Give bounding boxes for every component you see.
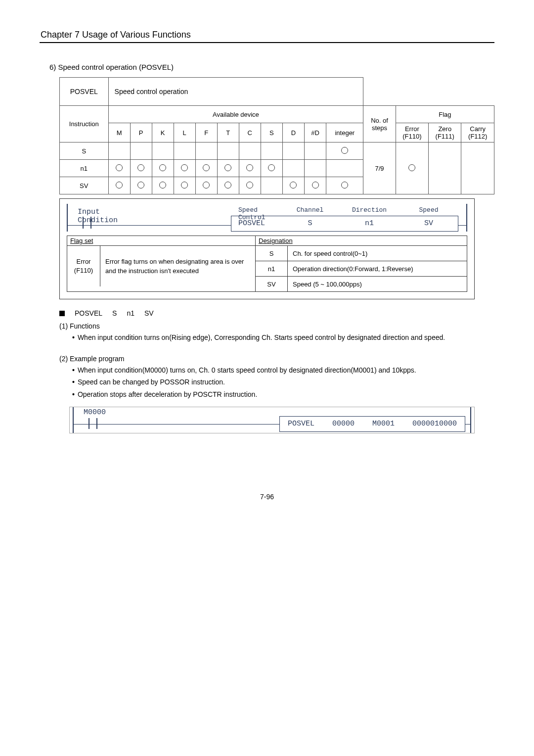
example-header: (2) Example program: [59, 355, 494, 363]
contact-symbol: [83, 217, 91, 229]
col-integer: integer: [326, 123, 363, 142]
flag-set-title: Flag set: [67, 236, 255, 246]
bullet-dot-icon: •: [72, 333, 75, 342]
bullet-dot-icon: •: [72, 390, 75, 399]
col-hashD: #D: [304, 123, 326, 142]
designation-row: SV Speed (5 ~ 100,000pps): [256, 277, 467, 292]
instruction-header: Instruction: [60, 106, 109, 142]
col-L: L: [174, 123, 195, 142]
functions-header: (1) Functions: [59, 322, 494, 330]
flag-error-mark: [396, 142, 428, 194]
circle-icon: [408, 164, 415, 171]
example-bullet-1: • When input condition(M0000) turns on, …: [72, 366, 494, 375]
row-S: S 7/9: [60, 142, 494, 160]
page-number: 7-96: [40, 493, 494, 501]
syntax-arg-SV: SV: [144, 309, 154, 317]
col-M: M: [108, 123, 130, 142]
bullet-dot-icon: •: [72, 378, 75, 386]
syntax-line: POSVEL S n1 SV: [59, 309, 475, 317]
bullet-dot-icon: •: [72, 366, 75, 375]
flag-carry-mark: [461, 142, 494, 194]
example-bullet-2: • Speed can be changed by POSSOR instruc…: [72, 378, 494, 386]
available-header: Available device: [108, 106, 363, 123]
designation-table: S Ch. for speed control(0~1) n1 Operatio…: [256, 246, 467, 291]
field-direction: M0001: [372, 420, 395, 428]
contact-label: M0000: [84, 408, 106, 417]
col-C: C: [239, 123, 261, 142]
field-channel: 00000: [332, 420, 355, 428]
instruction-box: Speed Control Channel Direction Speed PO…: [231, 216, 458, 232]
example-bullet-3: • Operation stops after deceleration by …: [72, 390, 494, 399]
col-P: P: [130, 123, 152, 142]
flag-carry-header: Carry (F112): [461, 123, 494, 142]
right-rail: [470, 407, 471, 433]
error-flag-label: Error (F110): [67, 246, 100, 286]
col-T: T: [217, 123, 239, 142]
square-bullet-icon: [59, 311, 65, 316]
syntax-mnemonic: POSVEL: [75, 309, 102, 317]
designation-row: S Ch. for speed control(0~1): [256, 246, 467, 261]
col-D: D: [282, 123, 304, 142]
col-K: K: [152, 123, 174, 142]
right-rail: [466, 204, 467, 232]
page: Chapter 7 Usage of Various Functions 6) …: [0, 0, 534, 520]
col-F: F: [195, 123, 217, 142]
steps-value: 7/9: [363, 142, 396, 194]
syntax-arg-n1: n1: [127, 309, 134, 317]
instruction-table: POSVEL Speed control operation Instructi…: [59, 77, 494, 194]
mnemonic-cell: POSVEL: [60, 78, 109, 106]
col-S: S: [261, 123, 282, 142]
designation-title: Designation: [256, 236, 467, 246]
flag-header: Flag: [396, 106, 494, 123]
chapter-title: Chapter 7 Usage of Various Functions: [40, 30, 494, 40]
title-rule: [40, 42, 494, 43]
circle-icon: [341, 147, 348, 154]
ladder-rung: Input Condition Speed Control Channel Di…: [67, 204, 467, 232]
flag-zero-mark: [429, 142, 461, 194]
flag-set-box: Flag set Error (F110) Error flag turns o…: [67, 236, 256, 292]
steps-header: No. of steps: [363, 106, 396, 142]
functions-bullet: • When input condition turns on(Rising e…: [72, 333, 494, 342]
contact-symbol: [89, 418, 97, 429]
flag-designation-row: Flag set Error (F110) Error flag turns o…: [67, 236, 467, 292]
example-ladder-diagram: M0000 POSVEL 00000 M0001 0000010000: [69, 407, 475, 433]
instruction-box: POSVEL 00000 M0001 0000010000: [279, 416, 465, 432]
error-flag-desc: Error flag turns on when designating are…: [100, 246, 255, 286]
designation-row: n1 Operation direction(0:Forward, 1:Reve…: [256, 261, 467, 277]
flag-zero-header: Zero (F111): [429, 123, 461, 142]
syntax-arg-S: S: [112, 309, 117, 317]
field-mnemonic: POSVEL: [288, 420, 314, 428]
designation-box: Designation S Ch. for speed control(0~1)…: [256, 236, 467, 292]
instruction-headers: Speed Control Channel Direction Speed: [231, 206, 458, 221]
mnemonic-desc: Speed control operation: [108, 78, 363, 106]
section-title: 6) Speed control operation (POSVEL): [49, 63, 494, 71]
flag-error-header: Error (F110): [396, 123, 428, 142]
ladder-diagram-box: Input Condition Speed Control Channel Di…: [59, 198, 475, 299]
field-speed: 0000010000: [412, 420, 457, 428]
left-rail: [67, 204, 68, 232]
